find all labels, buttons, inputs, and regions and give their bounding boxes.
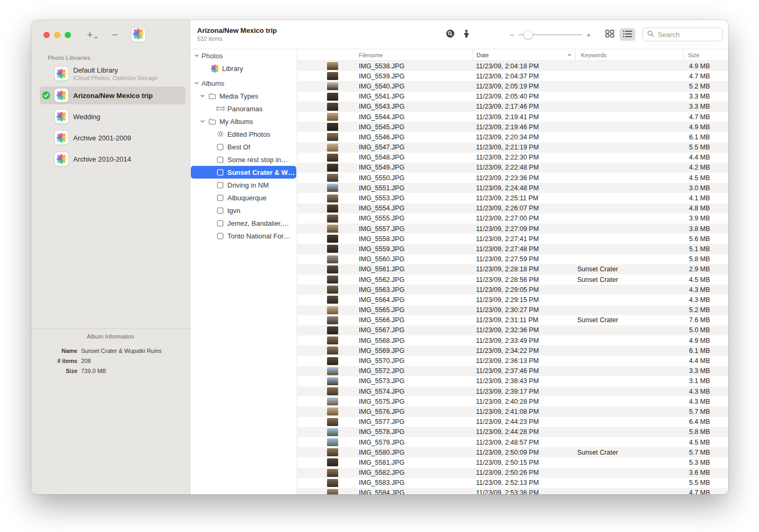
item-count: 532 items [197, 36, 277, 42]
table-row[interactable]: IMG_5558.JPG11/23/09, 2:27:41 PM5.6 MB [297, 234, 728, 244]
table-row[interactable]: IMG_5545.JPG11/23/09, 2:19:46 PM4.9 MB [297, 122, 728, 132]
chevron-down-icon[interactable] [194, 81, 199, 86]
size-cell: 4.7 MB [683, 73, 728, 80]
zoom-in-label[interactable]: + [586, 31, 591, 39]
tree-item-some-rest-stop-in[interactable]: Some rest stop in… [191, 153, 296, 166]
table-row[interactable]: IMG_5559.JPG11/23/09, 2:27:48 PM5.1 MB [297, 244, 728, 254]
chevron-down-icon[interactable] [200, 93, 205, 99]
filename-cell: IMG_5564.JPG [297, 296, 473, 304]
table-row[interactable]: IMG_5553.JPG11/23/09, 2:25:11 PM4.1 MB [297, 193, 728, 203]
library-text-block: Archive 2001-2009 [73, 134, 131, 142]
photo-thumbnail [327, 255, 338, 263]
zoom-out-label[interactable]: − [509, 31, 514, 39]
table-row[interactable]: IMG_5564.JPG11/23/09, 2:29:15 PM4.3 MB [297, 295, 728, 305]
table-row[interactable]: IMG_5550.JPG11/23/09, 2:23:36 PM4.5 MB [297, 173, 728, 183]
tree-item-edited-photos[interactable]: Edited Photos [191, 128, 296, 140]
tree-item-albums[interactable]: Albums [191, 77, 296, 90]
library-item-default-library[interactable]: Default LibraryiCloud Photos, Optimize S… [40, 64, 186, 83]
table-row[interactable]: IMG_5577.JPG11/23/09, 2:44:23 PM6.4 MB [297, 417, 728, 427]
table-row[interactable]: IMG_5582.JPG11/23/09, 2:50:26 PM3.6 MB [297, 468, 728, 478]
tree-item-tgvn[interactable]: tgvn [191, 204, 296, 217]
table-row[interactable]: IMG_5568.JPG11/23/09, 2:33:49 PM4.9 MB [297, 335, 728, 345]
tree-item-media-types[interactable]: Media Types [191, 90, 296, 102]
check-icon[interactable] [42, 91, 55, 100]
table-row[interactable]: IMG_5543.JPG11/23/09, 2:17:46 PM3.3 MB [297, 102, 728, 112]
table-row[interactable]: IMG_5541.JPG11/23/09, 2:05:40 PM3.3 MB [297, 92, 728, 102]
chevron-down-icon[interactable] [194, 53, 199, 58]
zoom-button[interactable] [65, 32, 71, 38]
tree-item-my-albums[interactable]: My Albums [191, 115, 296, 128]
table-row[interactable]: IMG_5540.JPG11/23/09, 2:05:19 PM5.2 MB [297, 81, 728, 91]
table-row[interactable]: IMG_5563.JPG11/23/09, 2:29:05 PM4.3 MB [297, 285, 728, 295]
date-cell: 11/23/09, 2:48:57 PM [473, 439, 575, 446]
zoom-slider-knob[interactable] [524, 30, 533, 39]
filename-cell: IMG_5541.JPG [297, 93, 473, 101]
filename-cell: IMG_5547.JPG [297, 144, 473, 152]
album-info-panel: Album Information Name Sunset Crater & W… [31, 329, 190, 494]
table-row[interactable]: IMG_5539.JPG11/23/09, 2:04:37 PM4.7 MB [297, 71, 728, 81]
tree-item-library[interactable]: Library [191, 62, 296, 75]
table-row[interactable]: IMG_5547.JPG11/23/09, 2:21:19 PM5.5 MB [297, 143, 728, 153]
table-row[interactable]: IMG_5555.JPG11/23/09, 2:27:00 PM3.9 MB [297, 214, 728, 224]
library-item-archive-2001-2009[interactable]: Archive 2001-2009 [40, 129, 186, 147]
table-row[interactable]: IMG_5548.JPG11/23/09, 2:22:30 PM4.4 MB [297, 153, 728, 163]
size-cell: 4.7 MB [683, 489, 728, 494]
grid-view-button[interactable] [602, 28, 617, 41]
column-header-date[interactable]: Date [473, 49, 575, 60]
tree-item-jemez-bandalier[interactable]: Jemez, Bandalier,… [191, 217, 296, 229]
tree-item-best-of[interactable]: Best Of [191, 140, 296, 153]
table-row[interactable]: IMG_5574.JPG11/23/09, 2:39:17 PM4.3 MB [297, 386, 728, 396]
table-row[interactable]: IMG_5562.JPG11/23/09, 2:28:56 PMSunset C… [297, 274, 728, 285]
minimize-button[interactable] [54, 32, 60, 38]
tree-item-albuquerque[interactable]: Albuquerque [191, 191, 296, 204]
filename-cell: IMG_5566.JPG [297, 316, 473, 324]
table-row[interactable]: IMG_5567.JPG11/23/09, 2:32:36 PM5.0 MB [297, 325, 728, 335]
find-duplicates-button[interactable] [446, 29, 455, 40]
table-row[interactable]: IMG_5579.JPG11/23/09, 2:48:57 PM4.5 MB [297, 437, 728, 447]
table-row[interactable]: IMG_5583.JPG11/23/09, 2:52:13 PM5.5 MB [297, 478, 728, 488]
table-row[interactable]: IMG_5566.JPG11/23/09, 2:31:11 PMSunset C… [297, 315, 728, 325]
table-row[interactable]: IMG_5572.JPG11/23/09, 2:37:46 PM3.3 MB [297, 366, 728, 376]
table-row[interactable]: IMG_5538.JPG11/23/09, 2:04:18 PM4.9 MB [297, 61, 728, 71]
filename-cell: IMG_5579.JPG [297, 438, 473, 446]
search-field[interactable] [642, 28, 723, 41]
close-button[interactable] [43, 32, 50, 38]
table-row[interactable]: IMG_5580.JPG11/23/09, 2:50:09 PMSunset C… [297, 447, 728, 457]
column-header-keywords[interactable]: Keywords [575, 49, 683, 60]
table-row[interactable]: IMG_5549.JPG11/23/09, 2:22:48 PM4.2 MB [297, 163, 728, 173]
library-item-arizona-new-mexico-trip[interactable]: Arizona/New Mexico trip [40, 86, 186, 104]
tree-item-driving-in-nm[interactable]: Driving in NM [191, 179, 296, 191]
search-input[interactable] [657, 30, 718, 39]
table-row[interactable]: IMG_5544.JPG11/23/09, 2:19:41 PM4.7 MB [297, 112, 728, 122]
table-row[interactable]: IMG_5575.JPG11/23/09, 2:40:28 PM4.3 MB [297, 396, 728, 406]
table-row[interactable]: IMG_5560.JPG11/23/09, 2:27:59 PM5.8 MB [297, 254, 728, 264]
column-header-filename[interactable]: Filename [297, 49, 473, 60]
library-item-wedding[interactable]: Wedding [40, 108, 186, 126]
tree-item-panoramas[interactable]: Panoramas [191, 102, 296, 115]
table-row[interactable]: IMG_5573.JPG11/23/09, 2:38:43 PM3.1 MB [297, 376, 728, 386]
photo-thumbnail [327, 357, 338, 365]
table-row[interactable]: IMG_5578.JPG11/23/09, 2:44:28 PM5.8 MB [297, 427, 728, 437]
tree-item-photos[interactable]: Photos [191, 49, 296, 62]
table-row[interactable]: IMG_5569.JPG11/23/09, 2:34:22 PM6.1 MB [297, 345, 728, 356]
table-row[interactable]: IMG_5576.JPG11/23/09, 2:41:08 PM5.7 MB [297, 406, 728, 416]
zoom-slider-track[interactable] [518, 34, 582, 36]
people-button[interactable] [463, 29, 470, 40]
table-row[interactable]: IMG_5551.JPG11/23/09, 2:24:48 PM3.0 MB [297, 183, 728, 193]
table-row[interactable]: IMG_5557.JPG11/23/09, 2:27:09 PM3.8 MB [297, 224, 728, 234]
column-header-size[interactable]: Size [683, 49, 728, 60]
table-row[interactable]: IMG_5554.JPG11/23/09, 2:26:07 PM4.8 MB [297, 203, 728, 214]
table-row[interactable]: IMG_5584.JPG11/23/09, 2:53:36 PM4.7 MB [297, 488, 728, 494]
remove-library-button[interactable]: − [112, 30, 118, 40]
table-row[interactable]: IMG_5565.JPG11/23/09, 2:30:27 PM5.2 MB [297, 305, 728, 315]
add-library-button[interactable]: + [87, 29, 98, 41]
chevron-down-icon[interactable] [200, 119, 205, 124]
list-view-button[interactable] [620, 28, 636, 41]
table-row[interactable]: IMG_5561.JPG11/23/09, 2:28:18 PMSunset C… [297, 264, 728, 274]
table-row[interactable]: IMG_5546.JPG11/23/09, 2:20:34 PM6.1 MB [297, 132, 728, 142]
library-item-archive-2010-2014[interactable]: Archive 2010-2014 [40, 150, 186, 168]
table-row[interactable]: IMG_5581.JPG11/23/09, 2:50:15 PM5.3 MB [297, 457, 728, 467]
table-row[interactable]: IMG_5570.JPG11/23/09, 2:36:13 PM4.4 MB [297, 356, 728, 366]
tree-item-tonto-national-for[interactable]: Tonto National For… [191, 229, 296, 242]
tree-item-sunset-crater-w[interactable]: Sunset Crater & W… [191, 166, 296, 179]
